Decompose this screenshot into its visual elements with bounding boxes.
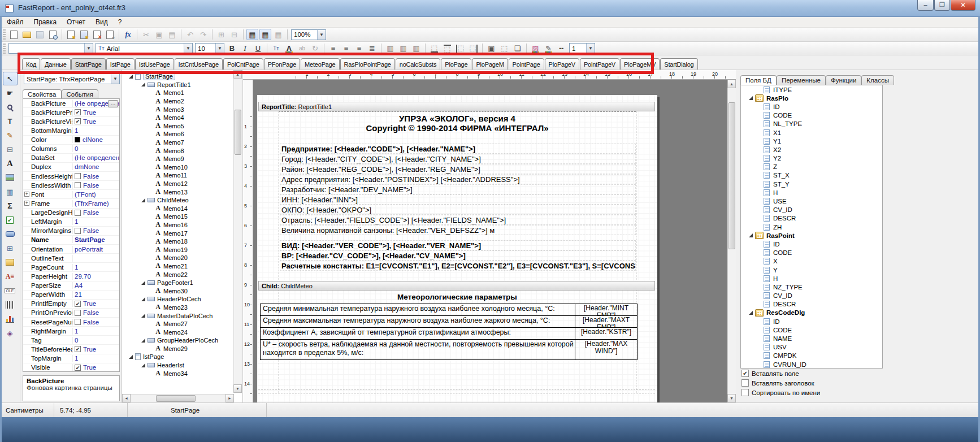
property-row-DataSet[interactable]: DataSet(Не определен): [23, 154, 119, 163]
page-tab-IstUsePage[interactable]: IstUsePage: [135, 58, 174, 70]
checkbox-unchecked-icon[interactable]: [75, 319, 81, 325]
ole-object-tool[interactable]: OLE: [3, 284, 18, 297]
page-tab-Данные[interactable]: Данные: [41, 58, 71, 70]
property-value[interactable]: False: [73, 309, 119, 316]
page-tab-Код[interactable]: Код: [22, 58, 40, 70]
report-memo[interactable]: Город: [<Header."CITY_CODE">], [<Header.…: [280, 154, 636, 164]
align-center-button[interactable]: ≡: [340, 43, 352, 54]
page-tab-PloPageMV[interactable]: PloPageMV: [620, 58, 660, 70]
picture-object-tool[interactable]: [3, 171, 18, 184]
font-color-button[interactable]: A: [283, 43, 295, 54]
property-value[interactable]: False: [73, 182, 119, 189]
property-value[interactable]: 29.70: [73, 273, 119, 280]
text-edit-tool[interactable]: T: [3, 114, 18, 128]
property-value[interactable]: 21: [73, 291, 119, 298]
property-row-RightMargin[interactable]: RightMargin1: [23, 327, 119, 336]
align-to-grid-button[interactable]: ▦: [272, 29, 284, 40]
line-style-button[interactable]: ╍: [556, 43, 567, 54]
property-row-ResetPageNumbers[interactable]: ResetPageNumbersFalse: [23, 318, 119, 327]
chevron-down-icon[interactable]: ▼: [317, 30, 326, 40]
save-button[interactable]: [34, 29, 46, 40]
copy-button[interactable]: ▣: [153, 29, 165, 40]
report-tree-item-Memo22[interactable]: AMemo22: [122, 270, 234, 279]
property-value[interactable]: False: [73, 209, 119, 216]
db-tree-item-CMPDK[interactable]: CMPDK: [741, 352, 882, 360]
report-tree-item-GroupHeaderPloCech[interactable]: GroupHeaderPloCech: [122, 336, 234, 345]
zoom-combo[interactable]: 100%▼: [291, 29, 326, 40]
report-tree-item-HeaderPloCech[interactable]: HeaderPloCech: [122, 295, 234, 304]
menu-item-4[interactable]: ?: [113, 17, 127, 27]
band-tool[interactable]: ⊟: [3, 142, 18, 156]
checkbox-checked-icon[interactable]: ✔: [75, 346, 81, 352]
report-tree-item-Memo21[interactable]: AMemo21: [122, 262, 234, 271]
width-combo[interactable]: 1▼: [569, 43, 595, 54]
report-tree-item-Memo17[interactable]: AMemo17: [122, 229, 234, 237]
table-object-tool[interactable]: [3, 255, 18, 269]
scrollbar-thumb[interactable]: [729, 102, 735, 249]
child-band-header[interactable]: Child: ChildMeteo: [258, 281, 655, 291]
page-tab-noCalcSubsts[interactable]: noCalcSubsts: [396, 58, 440, 70]
fill-color-button[interactable]: ▨: [530, 43, 541, 54]
report-tree-item-HeaderIst[interactable]: HeaderIst: [122, 361, 234, 370]
property-value[interactable]: ✔True: [73, 300, 119, 307]
checkbox-unchecked-icon[interactable]: [741, 379, 749, 387]
report-tree-item-Memo1[interactable]: AMemo1: [122, 89, 234, 97]
size-combo[interactable]: 10▼: [195, 43, 224, 54]
tree-expanded-icon[interactable]: [749, 96, 753, 100]
property-row-PageCount[interactable]: PageCount1: [23, 263, 119, 272]
db-tree-item-X[interactable]: X: [741, 257, 882, 266]
property-row-BackPicturePrintable[interactable]: BackPicturePrintable✔True: [23, 108, 119, 117]
tree-expanded-icon[interactable]: [141, 314, 145, 318]
expand-icon[interactable]: +: [24, 192, 29, 197]
db-tree-item-CVRUN_ID[interactable]: CVRUN_ID: [741, 360, 882, 369]
report-title-memo[interactable]: УПРЗА «ЭКОЛОГ», версия 4Copyright © 1990…: [279, 114, 636, 133]
db-tree-item-RasPoint[interactable]: RasPoint: [741, 231, 882, 240]
style-combo[interactable]: ▼: [8, 43, 93, 54]
tree-expanded-icon[interactable]: [129, 355, 133, 359]
page-tab-MeteoPage[interactable]: MeteoPage: [301, 58, 339, 70]
db-tree-item-H[interactable]: H: [741, 274, 882, 283]
report-tree-hscrollbar[interactable]: ◄ ►: [122, 394, 234, 402]
richtext-object-tool[interactable]: A≡: [3, 270, 18, 283]
maximize-button[interactable]: ❐: [934, 0, 950, 11]
property-row-Frame[interactable]: +Frame(TfrxFrame): [23, 199, 119, 208]
report-tree-item-Memo3[interactable]: AMemo3: [122, 105, 234, 114]
checkbox-checked-icon[interactable]: ✔: [75, 109, 81, 115]
meteo-row-value[interactable]: [Header."MINT EMP"]: [575, 304, 637, 315]
property-value[interactable]: ✔True: [73, 364, 119, 371]
report-tree-item-ChildMeteo[interactable]: ChildMeteo: [122, 196, 234, 205]
db-tree-item-DESCR[interactable]: DESCR: [741, 214, 882, 223]
align-left-button[interactable]: ≡: [327, 43, 339, 54]
inspector-tab-События[interactable]: События: [62, 89, 98, 99]
checkbox-checked-icon[interactable]: ✔: [741, 370, 749, 377]
option-Вставлять поле[interactable]: ✔Вставлять поле: [741, 369, 820, 378]
italic-button[interactable]: I: [239, 43, 251, 54]
menu-item-2[interactable]: Отчет: [62, 17, 90, 27]
tree-expanded-icon[interactable]: [141, 339, 145, 343]
property-value[interactable]: 0: [73, 337, 119, 344]
checkbox-checked-icon[interactable]: ✔: [75, 365, 81, 371]
report-memo[interactable]: Разработчик: [<Header."DEV_NAME">]: [280, 184, 636, 194]
page-tab-PFonPage[interactable]: PFonPage: [264, 58, 300, 70]
property-row-LargeDesignHeight[interactable]: LargeDesignHeightFalse: [23, 209, 119, 218]
report-tree-item-Memo24[interactable]: AMemo24: [122, 328, 234, 336]
tree-expanded-icon[interactable]: [141, 297, 145, 301]
report-tree-item-Memo19[interactable]: AMemo19: [122, 245, 234, 254]
meteo-row-label[interactable]: Средняя максимальная температура наружно…: [261, 316, 575, 327]
property-value[interactable]: ✔True: [73, 118, 119, 125]
border-all-button[interactable]: ▣: [485, 43, 497, 54]
report-tree-item-Memo29[interactable]: AMemo29: [122, 345, 234, 353]
system-text-tool[interactable]: Σ: [3, 199, 18, 213]
page-tab-PointPage[interactable]: PointPage: [509, 58, 544, 70]
text-object-tool[interactable]: A: [3, 157, 18, 170]
property-value[interactable]: 0: [73, 145, 119, 152]
hand-tool[interactable]: ☛: [3, 86, 18, 99]
page-tab-RasPloPointPage[interactable]: RasPloPointPage: [340, 58, 395, 70]
property-value[interactable]: (Не определен): [73, 154, 119, 161]
export-object-tool[interactable]: ◈: [3, 326, 18, 340]
data-tab-Переменные[interactable]: Переменные: [777, 75, 826, 85]
db-tree-item-Y[interactable]: Y: [741, 266, 882, 274]
tree-expanded-icon[interactable]: [141, 363, 145, 367]
property-value[interactable]: 1: [73, 127, 119, 134]
inspector-tab-Свойства[interactable]: Свойства: [23, 89, 62, 99]
